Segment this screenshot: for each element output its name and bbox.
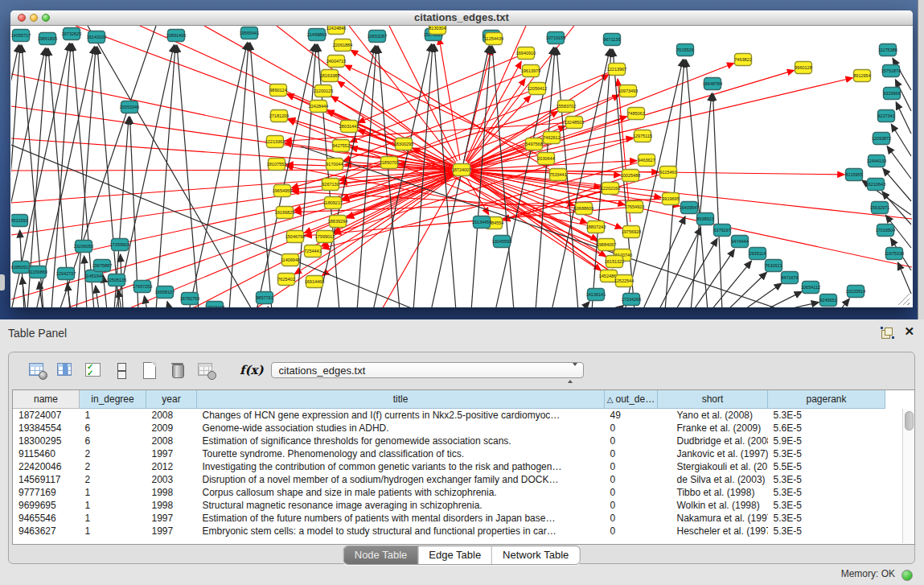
table-cell[interactable]: 1 [80, 499, 146, 512]
network-node[interactable]: 10653287 [368, 31, 387, 43]
network-node[interactable]: 13248503 [565, 117, 584, 129]
network-node[interactable]: 11156869 [28, 266, 47, 278]
table-cell[interactable]: 9115460 [13, 447, 80, 460]
column-header-year[interactable]: year [146, 390, 197, 409]
citation-edge[interactable] [11, 170, 452, 171]
table-cell[interactable]: Changes of HCN gene expression and I(f) … [197, 409, 605, 422]
table-cell[interactable]: 0 [605, 422, 658, 435]
network-node[interactable]: 18724007 [452, 164, 471, 176]
function-builder-icon[interactable]: f(x) [240, 363, 264, 377]
network-node[interactable]: 9227341 [877, 110, 894, 122]
reference-edge[interactable] [691, 93, 712, 307]
network-node[interactable]: 9245652 [819, 295, 836, 307]
table-cell[interactable]: 19384554 [13, 422, 80, 435]
network-node[interactable]: 7632621 [765, 260, 782, 272]
delete-table-icon[interactable] [169, 361, 187, 379]
column-header-short[interactable]: short [658, 390, 768, 409]
reference-edge[interactable] [643, 216, 685, 307]
network-node[interactable]: 9329966 [883, 88, 900, 100]
table-cell[interactable]: Stergiakouli et al. (2012) [658, 460, 768, 473]
network-node[interactable]: 17999013 [315, 231, 335, 243]
table-cell[interactable]: 2003 [146, 473, 197, 486]
table-cell[interactable]: Hescheler et al. (1997) [658, 525, 768, 538]
network-node[interactable]: 21850709 [380, 157, 399, 169]
table-cell[interactable]: Dudbridge et al. (2008) [658, 435, 768, 447]
citation-edge[interactable] [471, 171, 680, 206]
column-header-name[interactable]: name [13, 390, 80, 409]
network-node[interactable]: 11175386 [878, 44, 897, 56]
table-cell[interactable]: Disruption of a novel member of a sodium… [197, 473, 605, 486]
table-cell[interactable]: 5.3E-5 [768, 512, 885, 525]
network-node[interactable]: 11675338 [885, 248, 904, 260]
network-node[interactable]: 7533441 [549, 169, 566, 181]
network-node[interactable]: 12424846 [326, 26, 346, 35]
table-cell[interactable]: 2009 [146, 422, 197, 435]
table-cell[interactable]: Structural magnetic resonance image aver… [197, 499, 605, 512]
network-node[interactable]: 8471676 [781, 272, 798, 284]
network-node[interactable]: 17016504 [876, 225, 895, 237]
reference-edge[interactable] [840, 299, 849, 307]
network-node[interactable]: 6379197 [713, 225, 730, 237]
network-node[interactable]: 9474444 [731, 236, 748, 248]
network-node[interactable]: 9890124 [269, 84, 286, 97]
network-node[interactable]: 16914460 [305, 276, 324, 288]
table-cell[interactable]: 2008 [146, 409, 197, 422]
network-node[interactable]: 14136141 [586, 289, 606, 301]
network-node[interactable]: 15134454 [472, 216, 491, 229]
table-cell[interactable]: 0 [605, 499, 658, 512]
table-cell[interactable]: 2012 [146, 460, 197, 473]
network-node[interactable]: 18807243 [586, 221, 606, 233]
table-cell[interactable]: 9463627 [13, 525, 80, 538]
column-header-pagerank[interactable]: pagerank [768, 390, 885, 409]
table-cell[interactable]: 6 [80, 435, 146, 447]
network-node[interactable]: 19654955 [273, 185, 292, 197]
tab-network-table[interactable]: Network Table [491, 546, 579, 564]
table-cell[interactable]: 14569117 [13, 473, 80, 486]
table-row[interactable]: 2242004622012Investigating the contribut… [13, 460, 885, 473]
table-cell[interactable]: 5.3E-5 [768, 499, 885, 512]
table-cell[interactable]: 1997 [146, 525, 197, 538]
reference-edge[interactable] [727, 272, 766, 307]
table-cell[interactable]: 5.5E-5 [768, 460, 885, 473]
network-node[interactable]: 15583702 [556, 101, 576, 113]
network-node[interactable]: 10220514 [846, 286, 865, 298]
reference-edge[interactable] [782, 303, 819, 307]
network-node[interactable]: 17957253 [133, 281, 152, 293]
network-node[interactable]: 16151322 [605, 256, 624, 268]
citation-edge[interactable] [351, 50, 549, 170]
network-node[interactable]: 20891406 [166, 30, 186, 42]
network-node[interactable]: 7625402 [277, 274, 294, 286]
network-node[interactable]: 16958107 [155, 286, 175, 299]
network-node[interactable]: 12213363 [265, 136, 285, 148]
network-node[interactable]: 12093872 [872, 133, 891, 145]
network-node[interactable]: 18107553 [267, 159, 286, 171]
table-cell[interactable]: Yano et al. (2008) [658, 409, 768, 422]
table-cell[interactable]: Estimation of significance thresholds fo… [197, 435, 605, 447]
network-node[interactable]: 19975887 [92, 260, 112, 272]
table-row[interactable]: 977716911998Corpus callosum shape and si… [13, 486, 885, 499]
tab-node-table[interactable]: Node Table [344, 546, 418, 564]
table-cell[interactable]: 9777169 [13, 486, 80, 499]
table-cell[interactable]: 9699695 [13, 499, 80, 512]
table-cell[interactable]: 0 [605, 435, 658, 447]
network-node[interactable]: 19565441 [240, 27, 259, 39]
network-node[interactable]: 16782759 [180, 293, 199, 305]
network-node[interactable]: 16940910 [516, 47, 536, 60]
table-cell[interactable]: 1998 [146, 499, 197, 512]
network-node[interactable]: 9960128 [795, 62, 811, 74]
table-cell[interactable]: Tourette syndrome. Phenomenology and cla… [197, 447, 605, 460]
network-node[interactable]: 10973493 [618, 85, 638, 97]
table-cell[interactable]: de Silva et al. (2003) [658, 473, 768, 486]
reference-edge[interactable] [250, 43, 272, 307]
network-node[interactable]: 23206050 [74, 241, 93, 253]
table-cell[interactable]: 0 [605, 460, 658, 473]
reference-edge[interactable] [72, 43, 94, 307]
table-cell[interactable]: 18724007 [13, 409, 80, 422]
table-cell[interactable]: 5.3E-5 [768, 525, 885, 538]
table-cell[interactable]: 9465546 [13, 512, 80, 525]
network-node[interactable]: 12923448 [205, 302, 224, 308]
reference-edge[interactable] [268, 307, 269, 307]
network-node[interactable]: 9267130 [322, 179, 339, 191]
close-window-button[interactable] [18, 14, 26, 22]
network-node[interactable]: 11254439 [484, 33, 503, 45]
